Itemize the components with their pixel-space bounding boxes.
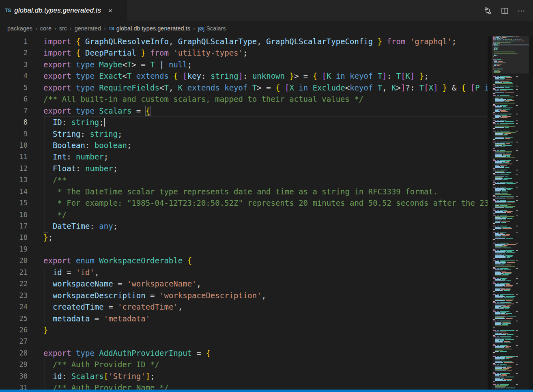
- code-line[interactable]: 12 Float: number;: [0, 163, 488, 174]
- line-number: 27: [0, 336, 43, 347]
- code-line[interactable]: 5export type RequireFields<T, K extends …: [0, 82, 488, 93]
- code-line[interactable]: 6/** All built-in and custom scalars, ma…: [0, 93, 488, 105]
- code-line[interactable]: 15 * For example: "1985-04-12T23:20:50.5…: [0, 197, 488, 209]
- code-line[interactable]: 11 Int: number;: [0, 151, 488, 162]
- breadcrumb-label: generated: [75, 25, 101, 32]
- code-line[interactable]: 24 createdTime = 'createdTime',: [0, 301, 488, 312]
- minimap[interactable]: [492, 36, 529, 390]
- code-line[interactable]: 23 workspaceDescription = 'workspaceDesc…: [0, 290, 488, 301]
- code-line[interactable]: 17 DateTime: any;: [0, 220, 488, 232]
- code-line[interactable]: 4export type Exact<T extends { [key: str…: [0, 70, 488, 82]
- status-bar[interactable]: [0, 390, 533, 392]
- editor-tab[interactable]: TS global.db.types.generated.ts ×: [0, 0, 127, 21]
- ts-file-icon: TS: [109, 26, 114, 31]
- code-line[interactable]: 28export type AddAuthProviderInput = {: [0, 347, 488, 359]
- code-text: String: string;: [43, 128, 488, 140]
- code-line[interactable]: 3export type Maybe<T> = T | null;: [0, 59, 488, 70]
- breadcrumb: packages›core›src›generated›TSglobal.db.…: [0, 21, 533, 36]
- code-line[interactable]: 10 Boolean: boolean;: [0, 140, 488, 151]
- code-text: export type Maybe<T> = T | null;: [43, 59, 488, 70]
- split-editor-icon[interactable]: [499, 5, 510, 16]
- line-number: 4: [0, 70, 43, 82]
- breadcrumb-item-packages[interactable]: packages: [7, 25, 32, 32]
- code-text: createdTime = 'createdTime',: [43, 301, 488, 312]
- line-number: 7: [0, 105, 43, 116]
- line-number: 13: [0, 174, 43, 185]
- code-text: export type Scalars = {: [43, 105, 488, 116]
- type-symbol-icon: [⊘]: [198, 25, 204, 32]
- more-actions-icon[interactable]: ⋯: [516, 5, 527, 16]
- code-text: /**: [43, 174, 488, 185]
- code-text: workspaceName = 'workspaceName',: [43, 278, 488, 289]
- breadcrumb-label: core: [40, 25, 52, 32]
- code-line[interactable]: 9 String: string;: [0, 128, 488, 140]
- breadcrumb-item-scalars[interactable]: [⊘]Scalars: [198, 25, 226, 32]
- code-text: metadata = 'metadata': [43, 313, 488, 324]
- open-changes-icon[interactable]: [482, 5, 493, 16]
- breadcrumb-separator: ›: [193, 25, 195, 32]
- code-line[interactable]: 7export type Scalars = {: [0, 105, 488, 116]
- text-cursor: [104, 118, 105, 127]
- code-text: export type Exact<T extends { [key: stri…: [43, 70, 488, 82]
- code-text: ID: string;: [43, 116, 488, 128]
- code-line[interactable]: 29 /** Auth Provider ID */: [0, 359, 488, 370]
- code-text: * The DateTime scalar type represents da…: [43, 186, 488, 197]
- code-line[interactable]: 13 /**: [0, 174, 488, 185]
- breadcrumb-label: src: [59, 25, 67, 32]
- code-text: import { GraphQLResolveInfo, GraphQLScal…: [43, 36, 488, 47]
- breadcrumb-label: Scalars: [206, 25, 226, 32]
- line-number: 24: [0, 301, 43, 312]
- code-line[interactable]: 8 ID: string;: [0, 116, 488, 128]
- line-number: 30: [0, 370, 43, 382]
- line-number: 1: [0, 36, 43, 47]
- line-number: 3: [0, 59, 43, 70]
- code-line[interactable]: 22 workspaceName = 'workspaceName',: [0, 278, 488, 289]
- code-line[interactable]: 21 id = 'id',: [0, 267, 488, 278]
- code-line[interactable]: 1import { GraphQLResolveInfo, GraphQLSca…: [0, 36, 488, 47]
- breadcrumb-item-src[interactable]: src: [59, 25, 67, 32]
- close-tab-icon[interactable]: ×: [107, 6, 114, 15]
- line-number: 31: [0, 382, 43, 390]
- line-number: 17: [0, 220, 43, 232]
- code-line[interactable]: 27: [0, 336, 488, 347]
- code-line[interactable]: 18};: [0, 232, 488, 243]
- tab-title: global.db.types.generated.ts: [14, 6, 101, 15]
- breadcrumb-item-global-db-types-generated-ts[interactable]: TSglobal.db.types.generated.ts: [109, 25, 190, 32]
- line-number: 15: [0, 197, 43, 209]
- code-line[interactable]: 2import { DeepPartial } from 'utility-ty…: [0, 47, 488, 58]
- line-number: 18: [0, 232, 43, 243]
- line-number: 16: [0, 209, 43, 220]
- breadcrumb-separator: ›: [70, 25, 72, 32]
- code-editor[interactable]: 1import { GraphQLResolveInfo, GraphQLSca…: [0, 36, 488, 390]
- breadcrumb-separator: ›: [35, 25, 37, 32]
- code-text: export type AddAuthProviderInput = {: [43, 347, 488, 359]
- breadcrumb-separator: ›: [54, 25, 56, 32]
- breadcrumb-item-generated[interactable]: generated: [75, 25, 101, 32]
- line-number: 22: [0, 278, 43, 289]
- code-line[interactable]: 31 /** Auth Provider Name */: [0, 382, 488, 390]
- code-text: }: [43, 324, 488, 336]
- code-text: * For example: "1985-04-12T23:20:50.52Z"…: [43, 197, 488, 209]
- line-number: 21: [0, 267, 43, 278]
- line-number: 14: [0, 186, 43, 197]
- line-number: 26: [0, 324, 43, 336]
- minimap-slider[interactable]: [492, 36, 529, 73]
- breadcrumb-label: packages: [7, 25, 32, 32]
- line-number: 20: [0, 255, 43, 266]
- editor-actions: ⋯: [482, 0, 533, 21]
- code-line[interactable]: 14 * The DateTime scalar type represents…: [0, 186, 488, 197]
- code-line[interactable]: 19: [0, 243, 488, 255]
- code-line[interactable]: 20export enum WorkspaceOrderable {: [0, 255, 488, 266]
- line-number: 6: [0, 93, 43, 105]
- scrollbar[interactable]: [488, 36, 492, 390]
- code-text: Int: number;: [43, 151, 488, 162]
- breadcrumb-separator: ›: [104, 25, 106, 32]
- code-line[interactable]: 26}: [0, 324, 488, 336]
- minimap-canvas: [492, 36, 529, 390]
- code-text: */: [43, 209, 488, 220]
- code-line[interactable]: 16 */: [0, 209, 488, 220]
- breadcrumb-item-core[interactable]: core: [40, 25, 52, 32]
- line-number: 9: [0, 128, 43, 140]
- code-line[interactable]: 25 metadata = 'metadata': [0, 313, 488, 324]
- code-line[interactable]: 30 id: Scalars['String'];: [0, 370, 488, 382]
